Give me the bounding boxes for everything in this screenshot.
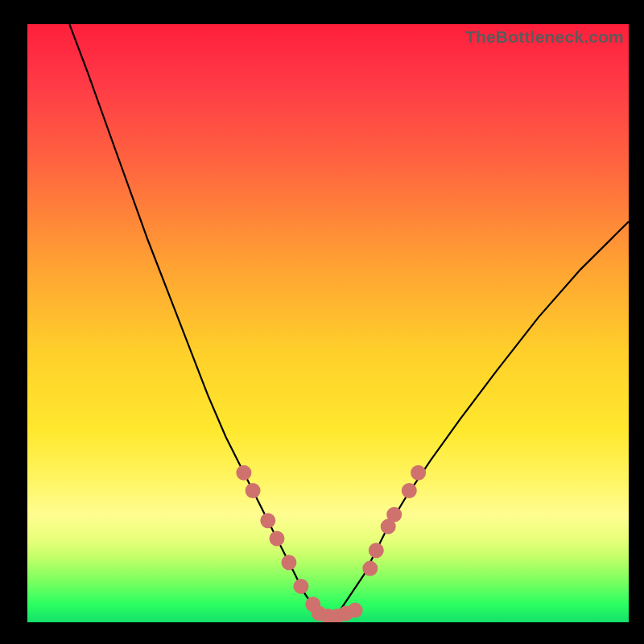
data-point	[388, 508, 401, 521]
data-point	[283, 556, 295, 569]
chart-frame: TheBottleneck.com	[0, 0, 644, 644]
data-point	[237, 466, 250, 479]
data-point	[262, 514, 275, 527]
data-point	[364, 562, 377, 575]
data-point	[402, 485, 415, 497]
data-point	[246, 485, 259, 497]
curve-left	[69, 24, 328, 617]
data-point	[349, 604, 361, 617]
data-point	[270, 532, 283, 545]
data-markers	[237, 466, 425, 622]
data-point	[369, 544, 382, 557]
plot-area: TheBottleneck.com	[27, 24, 629, 622]
chart-overlay	[27, 24, 629, 622]
data-point	[295, 580, 308, 592]
data-point	[412, 466, 425, 479]
